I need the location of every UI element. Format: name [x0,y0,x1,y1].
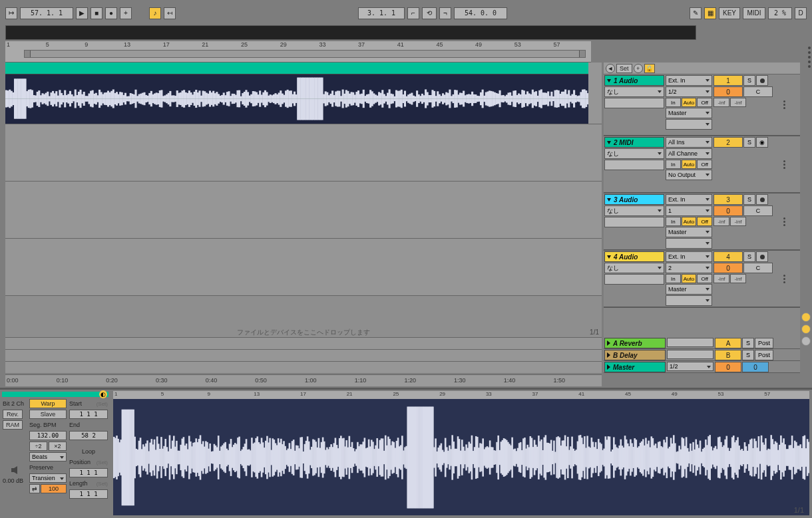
returns-toggle[interactable] [801,336,811,346]
rev-btn[interactable]: Rev. [3,410,23,419]
start-set[interactable]: (Set) [97,399,108,408]
monitor-off-btn[interactable]: Off [697,217,712,226]
start-value[interactable]: 1 1 1 [69,410,108,419]
track-lane-2[interactable] [5,124,602,182]
punch-in-btn[interactable]: ⌐ [407,7,419,19]
solo-btn[interactable]: S [743,137,755,148]
set-btn[interactable]: Set [616,64,632,73]
cue-out-sel[interactable]: 1/2 [667,362,713,371]
input-channel-sel[interactable]: 2 [666,263,712,273]
loop-length[interactable]: 54. 0. 0 [454,7,507,19]
master-lane[interactable] [5,361,602,373]
loop-btn[interactable]: ⟲ [422,7,437,19]
track-lane-1[interactable] [5,63,602,124]
monitor-sel[interactable]: なし [604,86,664,97]
device-slot[interactable] [604,217,664,227]
drag-handle-icon[interactable] [808,47,811,68]
return-lane-a[interactable] [5,337,602,349]
master-send-b[interactable]: 0 [742,362,769,372]
resize-handle[interactable] [779,74,789,135]
position-value[interactable]: 1 1 1 [69,468,108,477]
device-slot[interactable] [604,160,664,170]
solo-btn[interactable]: S [743,194,755,205]
output-sel[interactable]: Master [666,108,712,118]
add-scene-btn[interactable]: + [634,64,643,73]
end-value[interactable]: 58 2 [69,431,108,440]
warp-btn[interactable]: Warp [29,399,67,408]
play-btn[interactable]: ▶ [76,7,88,19]
pan-knob[interactable]: C [743,205,773,216]
prev-scene-btn[interactable]: ◄ [606,64,615,73]
input-type-sel[interactable]: Ext. In [666,75,712,86]
track-lane-3[interactable] [5,182,602,239]
track-header-2[interactable]: 2 MIDI なし All Ins All Channe In Auto Off… [604,136,800,194]
monitor-auto-btn[interactable]: Auto [682,217,697,226]
audio-clip[interactable] [5,74,588,124]
follow-btn[interactable]: ↦ [5,7,17,19]
return-activator[interactable]: B [715,350,741,360]
len-set[interactable]: (Set) [97,479,108,488]
monitor-in-btn[interactable]: In [666,98,681,107]
solo-btn[interactable]: S [743,75,755,86]
output-sel[interactable]: Master [666,284,712,295]
punch-out-btn[interactable]: ¬ [439,7,451,19]
return-track-b[interactable]: B Delay B S Post [604,349,800,361]
track-name[interactable]: 2 MIDI [604,137,664,148]
io-section-toggle[interactable] [801,313,811,322]
device-slot[interactable] [604,274,664,285]
send-knob[interactable]: 0 [713,205,743,216]
return-slot[interactable] [667,338,713,347]
arm-midi-btn[interactable]: ◉ [756,137,768,148]
track-name[interactable]: 1 Audio [604,75,664,86]
disk-overload-btn[interactable]: D [795,7,807,19]
track-activator[interactable]: 2 [713,137,743,148]
track-activator[interactable]: 4 [713,251,743,262]
back-to-arrangement-btn[interactable]: ↤ [164,7,176,19]
arrangement-overview[interactable] [5,25,696,40]
fold-icon[interactable] [607,79,611,82]
resize-handle[interactable] [779,251,789,307]
ram-btn[interactable]: RAM [3,420,23,430]
monitor-sel[interactable]: なし [604,148,664,159]
clip-header[interactable] [5,63,588,74]
clip-waveform-area[interactable]: 159131721252933374145495357 1/1 [113,399,809,515]
track-header-1[interactable]: 1 Audio なし Ext. In 1/2 In Auto Off Maste… [604,74,800,136]
track-header-3[interactable]: 3 Audio なし Ext. In 1 In Auto Off Master … [604,194,800,251]
bpm-value[interactable]: 132.00 [29,431,67,440]
draw-mode-btn[interactable]: ✎ [690,7,702,19]
beat-ruler[interactable]: 159131721252933374145495357 [5,41,591,63]
resize-handle[interactable] [779,194,789,249]
post-btn[interactable]: Post [755,338,773,348]
track-activator[interactable]: 1 [713,75,743,86]
monitor-auto-btn[interactable]: Auto [682,98,697,107]
pos-set[interactable]: (Set) [97,457,108,467]
output-ch-sel[interactable] [666,238,712,249]
lock-btn[interactable]: 🔒 [644,64,655,73]
pan-knob[interactable]: C [743,263,773,273]
record-btn[interactable]: ● [105,7,117,19]
send-knob[interactable]: 0 [713,263,743,273]
send-knob[interactable]: 0 [713,86,743,97]
solo-btn[interactable]: S [743,251,755,262]
output-ch-sel[interactable] [666,295,712,306]
return-lane-b[interactable] [5,349,602,361]
warp-mode-sel[interactable]: Beats [29,452,67,461]
monitor-auto-btn[interactable]: Auto [682,160,697,169]
arm-btn[interactable] [756,75,768,86]
loop-toggle-btn[interactable]: ⇄ [29,484,40,493]
arm-btn[interactable] [756,194,768,205]
transient-sel[interactable]: Transien [29,473,67,483]
fold-icon[interactable] [607,255,611,259]
output-ch-sel[interactable] [666,119,712,130]
track-name[interactable]: 4 Audio [604,251,664,262]
input-channel-sel[interactable]: All Channe [666,148,712,159]
input-channel-sel[interactable]: 1 [666,205,712,216]
automation-arm-btn[interactable]: ♪ [149,7,161,19]
monitor-in-btn[interactable]: In [666,160,681,169]
monitor-in-btn[interactable]: In [666,217,681,226]
midi-map-btn[interactable]: MIDI [743,7,765,19]
device-slot[interactable] [604,98,664,108]
input-type-sel[interactable]: Ext. In [666,251,712,262]
sends-toggle[interactable] [801,324,811,334]
stop-btn[interactable]: ■ [91,7,102,19]
